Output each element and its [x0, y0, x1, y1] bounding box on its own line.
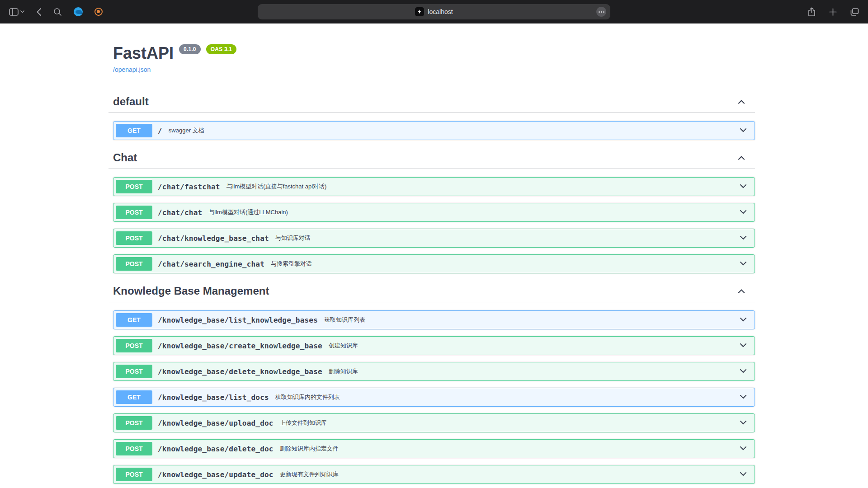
- operation-summary: 与llm模型对话(通过LLMChain): [208, 208, 288, 216]
- method-badge: POST: [116, 365, 152, 378]
- operation-row[interactable]: POST /knowledge_base/create_knowledge_ba…: [113, 336, 755, 355]
- expand-operation-button[interactable]: [739, 393, 748, 402]
- method-badge: POST: [116, 257, 152, 271]
- back-icon: [36, 8, 42, 16]
- operation-summary: 删除知识库: [329, 367, 358, 375]
- operation-row[interactable]: POST /chat/knowledge_base_chat 与知识库对话: [113, 229, 755, 248]
- tab-group-chevron-icon: [20, 10, 24, 13]
- operation-row[interactable]: POST /knowledge_base/update_doc 更新现有文件到知…: [113, 465, 755, 484]
- chevron-down-icon: [739, 393, 748, 402]
- tab-overview-button[interactable]: [849, 7, 860, 17]
- chevron-down-icon: [739, 418, 748, 427]
- section-collapse-button[interactable]: [737, 153, 746, 162]
- operation-path: /chat/search_engine_chat: [158, 260, 264, 268]
- method-badge: POST: [116, 206, 152, 219]
- operation-summary: 获取知识库内的文件列表: [275, 393, 340, 401]
- section-title: default: [113, 95, 149, 108]
- new-tab-button[interactable]: [828, 7, 838, 17]
- method-badge: POST: [116, 416, 152, 430]
- sidebar-toggle-button[interactable]: [8, 7, 25, 17]
- operation-row[interactable]: POST /chat/chat 与llm模型对话(通过LLMChain): [113, 203, 755, 222]
- extension-orange-icon: [94, 8, 103, 16]
- expand-operation-button[interactable]: [739, 259, 748, 268]
- operation-row[interactable]: POST /chat/search_engine_chat 与搜索引擎对话: [113, 254, 755, 273]
- chevron-down-icon: [739, 367, 748, 376]
- operation-path: /knowledge_base/upload_doc: [158, 419, 274, 427]
- method-badge: POST: [116, 442, 152, 455]
- operation-row[interactable]: GET /knowledge_base/list_docs 获取知识库内的文件列…: [113, 388, 755, 407]
- chevron-up-icon: [737, 97, 746, 106]
- section-collapse-button[interactable]: [737, 286, 746, 296]
- tab-overview-icon: [850, 8, 859, 16]
- address-bar[interactable]: localhost: [258, 4, 610, 19]
- method-badge: GET: [116, 390, 152, 404]
- api-section: default GET / swagger 文档: [113, 91, 755, 140]
- method-badge: POST: [116, 339, 152, 352]
- extension-orange-button[interactable]: [94, 7, 104, 17]
- oas-badge: OAS 3.1: [206, 44, 236, 54]
- section-collapse-button[interactable]: [737, 97, 746, 106]
- method-badge: POST: [116, 468, 152, 481]
- operation-row[interactable]: GET /knowledge_base/list_knowledge_bases…: [113, 310, 755, 329]
- chevron-up-icon: [737, 286, 746, 296]
- operation-summary: 与搜索引擎对话: [271, 260, 312, 268]
- section-header[interactable]: default: [108, 91, 755, 113]
- openapi-spec-link[interactable]: /openapi.json: [113, 66, 151, 73]
- share-button[interactable]: [807, 6, 816, 18]
- expand-operation-button[interactable]: [739, 126, 748, 135]
- operation-path: /chat/chat: [158, 208, 202, 217]
- expand-operation-button[interactable]: [739, 418, 748, 427]
- address-url: localhost: [428, 8, 453, 15]
- extension-blue-icon: [74, 7, 83, 16]
- method-badge: POST: [116, 180, 152, 193]
- expand-operation-button[interactable]: [739, 182, 748, 191]
- expand-operation-button[interactable]: [739, 470, 748, 479]
- operation-summary: swagger 文档: [169, 127, 204, 135]
- ellipsis-dot: [601, 11, 602, 13]
- chevron-down-icon: [739, 444, 748, 453]
- back-button[interactable]: [35, 7, 42, 17]
- chevron-down-icon: [739, 341, 748, 350]
- chevron-down-icon: [739, 259, 748, 268]
- page-settings-button[interactable]: [596, 7, 606, 17]
- expand-operation-button[interactable]: [739, 444, 748, 453]
- expand-operation-button[interactable]: [739, 208, 748, 217]
- operation-row[interactable]: POST /knowledge_base/upload_doc 上传文件到知识库: [113, 413, 755, 432]
- extension-blue-button[interactable]: [73, 6, 84, 17]
- operation-summary: 创建知识库: [329, 342, 358, 350]
- ellipsis-dot: [599, 11, 600, 13]
- operations-list: POST /chat/fastchat 与llm模型对话(直接与fastchat…: [113, 169, 755, 273]
- api-title-text: FastAPI: [113, 43, 174, 63]
- expand-operation-button[interactable]: [739, 341, 748, 350]
- share-icon: [808, 7, 816, 17]
- api-section: Knowledge Base Management GET /knowledge…: [113, 280, 755, 488]
- operation-row[interactable]: GET / swagger 文档: [113, 121, 755, 140]
- operation-path: /knowledge_base/delete_knowledge_base: [158, 367, 322, 376]
- chevron-down-icon: [739, 234, 748, 243]
- operation-row[interactable]: POST /chat/fastchat 与llm模型对话(直接与fastchat…: [113, 177, 755, 196]
- section-header[interactable]: Knowledge Base Management: [108, 280, 755, 302]
- section-header[interactable]: Chat: [108, 147, 755, 169]
- chevron-down-icon: [739, 182, 748, 191]
- operation-path: /knowledge_base/update_doc: [158, 470, 274, 479]
- chevron-down-icon: [739, 126, 748, 135]
- operation-row[interactable]: POST /knowledge_base/delete_knowledge_ba…: [113, 362, 755, 381]
- operation-summary: 上传文件到知识库: [280, 419, 327, 427]
- section-title: Knowledge Base Management: [113, 285, 269, 297]
- chevron-down-icon: [739, 470, 748, 479]
- expand-operation-button[interactable]: [739, 367, 748, 376]
- api-section: Chat POST /chat/fastchat 与llm模型对话(直接与fas…: [113, 147, 755, 273]
- api-sections: default GET / swagger 文档 Chat: [113, 91, 755, 488]
- section-title: Chat: [113, 151, 137, 164]
- method-badge: POST: [116, 231, 152, 245]
- operation-row[interactable]: POST /knowledge_base/delete_doc 删除知识库内指定…: [113, 439, 755, 458]
- expand-operation-button[interactable]: [739, 315, 748, 324]
- operations-list: GET /knowledge_base/list_knowledge_bases…: [113, 302, 755, 488]
- page-search-button[interactable]: [52, 7, 63, 17]
- swagger-ui: FastAPI 0.1.0 OAS 3.1 /openapi.json defa…: [104, 23, 764, 488]
- operation-path: /chat/fastchat: [158, 183, 220, 191]
- ellipsis-dot: [603, 11, 604, 13]
- operation-summary: 获取知识库列表: [324, 316, 365, 324]
- operations-list: GET / swagger 文档: [113, 113, 755, 140]
- expand-operation-button[interactable]: [739, 234, 748, 243]
